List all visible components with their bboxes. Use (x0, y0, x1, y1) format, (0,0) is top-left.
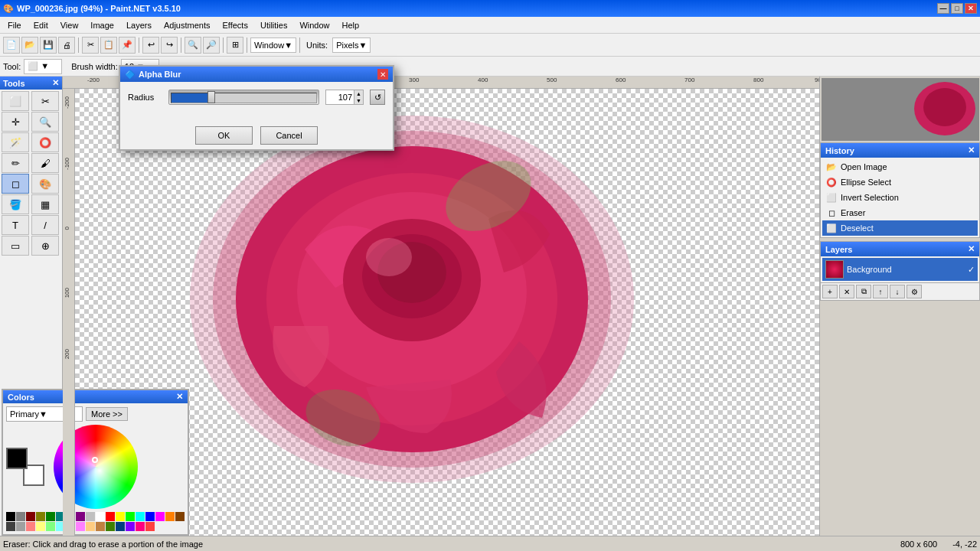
radius-slider-track (171, 93, 317, 103)
radius-reset-button[interactable]: ↺ (370, 90, 385, 105)
dialog-overlay: 🔷 Alpha Blur ✕ Radius ▲ ▼ ↺ (0, 0, 980, 551)
radius-decrement-button[interactable]: ▼ (354, 97, 363, 104)
radius-input[interactable] (326, 90, 354, 104)
dialog-close-button[interactable]: ✕ (377, 69, 388, 80)
radius-spinbox: ▲ ▼ (325, 90, 364, 105)
alpha-blur-dialog: 🔷 Alpha Blur ✕ Radius ▲ ▼ ↺ (119, 65, 394, 151)
dialog-icon: 🔷 (125, 70, 136, 80)
dialog-title-text: Alpha Blur (139, 70, 181, 79)
radius-slider-container (168, 90, 319, 105)
radius-slider-thumb[interactable] (207, 91, 215, 103)
dialog-ok-button[interactable]: OK (195, 126, 253, 145)
radius-increment-button[interactable]: ▲ (354, 90, 363, 97)
radius-label: Radius (128, 93, 162, 102)
dialog-cancel-button[interactable]: Cancel (260, 126, 318, 145)
